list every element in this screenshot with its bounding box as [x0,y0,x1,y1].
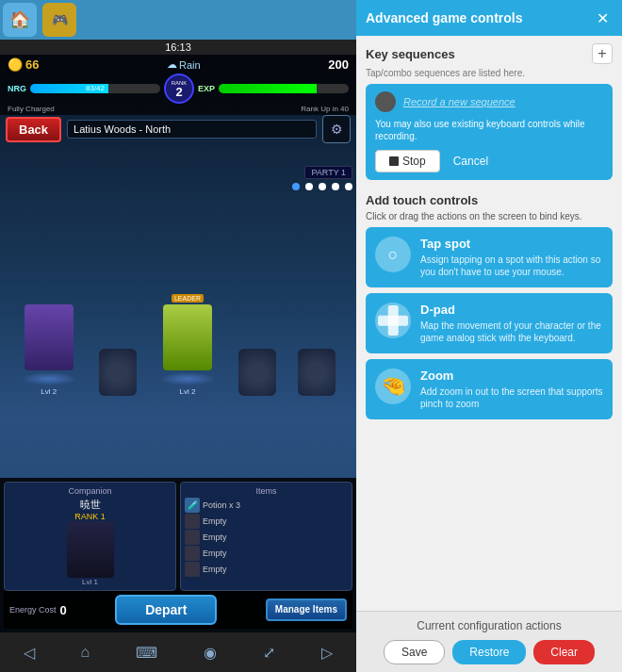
weather-display: ☁ Rain [167,58,201,71]
dpad-icon [375,303,411,338]
nav-eye-button[interactable]: ◉ [204,644,217,662]
items-title: Items [185,486,348,496]
tap-spot-desc: Assign tapping on a spot with this actio… [420,254,603,278]
char-level-leader: Lvl 2 [180,387,196,396]
nav-back-button[interactable]: ◁ [24,644,35,662]
item-row-3: Empty [185,546,348,561]
location-display: Latius Woods - North [67,120,317,139]
dpad-card[interactable]: D-pad Map the movement of your character… [366,293,613,353]
nav-forward-button[interactable]: ▷ [321,644,333,662]
close-button[interactable]: ✕ [592,8,613,28]
tap-spot-icon: ○ [375,237,411,272]
enemy-figure-3 [298,349,336,396]
item-name-4: Empty [203,565,227,574]
nav-home-button[interactable]: ⌂ [81,644,90,661]
add-touch-hint: Click or drag the actions on the screen … [366,211,613,221]
items-section: Items 🧪 Potion x 3 Empty Empty [180,482,352,591]
zoom-name: Zoom [420,369,603,383]
restore-button[interactable]: Restore [452,640,526,664]
enemy-figure-1 [99,349,137,396]
item-name-1: Empty [203,516,227,526]
nav-expand-button[interactable]: ⤢ [263,644,275,662]
coin-icon: 🟡 [8,57,23,72]
companion-section: Companion 暁世 RANK 1 Lvl 1 [4,482,176,591]
add-sequence-button[interactable]: + [592,43,613,64]
dpad-desc: Map the movement of your character or th… [420,320,603,344]
game-screen: 16:13 🟡 66 ☁ Rain 200 NRG [0,40,356,672]
enemy-slot-2 [238,349,276,396]
exp-label: EXP [198,84,215,93]
nrg-value: 83/42 [30,84,160,93]
tap-spot-info: Tap spot Assign tapping on a spot with t… [420,237,603,278]
bottom-sections: Companion 暁世 RANK 1 Lvl 1 Items 🧪 Potion… [4,482,352,591]
party-label: PARTY 1 [304,166,352,179]
enemy-figure-2 [238,349,276,396]
bottom-ui: Companion 暁世 RANK 1 Lvl 1 Items 🧪 Potion… [0,478,356,632]
back-button[interactable]: Back [6,117,61,142]
zoom-info: Zoom Add zoom in out to the screen that … [420,369,603,410]
char-platform-leader [159,372,216,385]
home-app-icon[interactable]: 🏠 [3,3,37,37]
energy-value: 0 [60,603,67,617]
cancel-button[interactable]: Cancel [446,150,496,172]
nav-bar: ◁ ⌂ ⌨ ◉ ⤢ ▷ [0,632,356,672]
character-figure-1 [25,304,74,370]
game-panel: 🏠 🎮 16:13 🟡 66 ☁ Rain 200 NRG [0,0,356,672]
recording-dot [375,91,396,112]
item-row-4: Empty [185,562,348,577]
settings-button[interactable]: ⚙ [322,115,351,143]
depart-button[interactable]: Depart [115,595,217,625]
zoom-card[interactable]: 🤏 Zoom Add zoom in out to the screen tha… [366,359,613,419]
hud: 🟡 66 ☁ Rain 200 NRG 83/42 [0,55,356,115]
score-display: 200 [328,57,349,72]
game-app-icon[interactable]: 🎮 [42,3,76,37]
item-name-0: Potion x 3 [203,500,240,510]
save-button[interactable]: Save [384,640,445,664]
coin-display: 🟡 66 [8,57,39,72]
recording-hint: You may also use existing keyboard contr… [375,118,603,142]
enemy-slot-3 [298,349,336,396]
characters-area: Lvl 2 LEADER Lvl 2 [0,294,356,396]
top-bar: 🏠 🎮 [0,0,356,40]
nav-keyboard-button[interactable]: ⌨ [136,644,157,662]
rp-scroll[interactable]: Key sequences + Tap/combo sequences are … [356,36,622,611]
status-bar: 16:13 [0,40,356,55]
coin-value: 66 [25,57,39,72]
exp-bar [219,84,349,93]
zoom-desc: Add zoom in out to the screen that suppo… [420,385,603,410]
item-name-2: Empty [203,533,227,542]
item-icon-0: 🧪 [185,498,200,513]
recording-row: Record a new sequence [375,91,603,112]
enemy-slot-1 [99,349,137,396]
nrg-label: NRG [8,84,26,93]
recording-box: Record a new sequence You may also use e… [366,84,613,180]
stop-button[interactable]: Stop [375,150,440,172]
stop-icon [389,156,399,166]
clear-button[interactable]: Clear [533,640,595,664]
companion-rank: RANK 1 [8,512,172,521]
companion-name: 暁世 [8,498,172,512]
item-row-1: Empty [185,514,348,529]
companion-lvl: Lvl 1 [8,578,172,586]
rp-header: Advanced game controls ✕ [356,0,622,36]
leader-badge: LEADER [172,294,204,303]
location-bar: Back Latius Woods - North ⚙ [0,111,356,147]
manage-items-button[interactable]: Manage Items [266,598,347,621]
companion-figure [67,521,114,578]
companion-title: Companion [8,486,172,496]
recording-placeholder: Record a new sequence [403,96,516,107]
tap-spot-card[interactable]: ○ Tap spot Assign tapping on a spot with… [366,227,613,287]
weather-icon: ☁ [167,58,177,71]
item-row-2: Empty [185,530,348,545]
hud-row1: 🟡 66 ☁ Rain 200 [4,57,352,73]
energy-label: Energy Cost [9,605,57,615]
add-touch-heading: Add touch controls [366,193,478,207]
item-icon-3 [185,546,200,561]
char-platform-1 [21,372,77,385]
key-sequences-hint: Tap/combo sequences are listed here. [366,68,613,78]
character-figure-leader [163,304,212,370]
char-level-1: Lvl 2 [41,387,57,396]
time-display: 16:13 [165,41,191,53]
current-config-section: Current configuration actions Save Resto… [356,611,622,672]
item-row-0: 🧪 Potion x 3 [185,498,348,513]
